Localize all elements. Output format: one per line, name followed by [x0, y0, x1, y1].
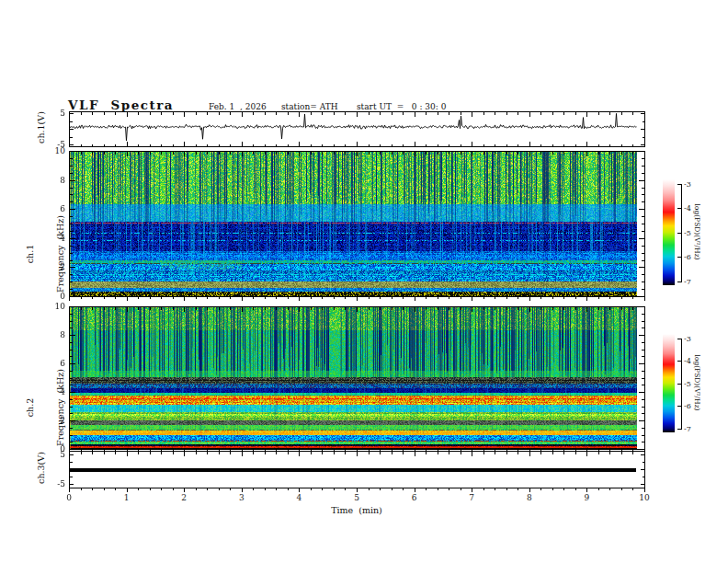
ch2-spectrogram [69, 306, 637, 449]
colorbar-tick-label: -5 [684, 229, 704, 238]
ch2-freq-tick-label: 2 [38, 416, 65, 425]
time-tick-label: 6 [401, 493, 428, 502]
figure-date: Feb. 1 , 2026 [209, 102, 267, 111]
ch2-freq-tick-label: 6 [38, 359, 65, 368]
ch1-freq-tick-label: 4 [38, 234, 65, 243]
ch1-frequency-axis-label-line2: Frequency (kHz) [55, 202, 65, 305]
colorbar-tick-label: -3 [684, 335, 704, 344]
ch1-volt-tick-label: -5 [38, 140, 65, 149]
ch3-volt-tick-label: -5 [38, 479, 65, 488]
ch1-frequency-axis-label-line1: ch.1 [25, 202, 35, 305]
time-tick-label: 1 [113, 493, 141, 502]
start-ut-label: start UT = 0 : 30: 0 [357, 102, 446, 111]
time-tick-label: 3 [228, 493, 256, 502]
time-tick-label: 9 [573, 493, 600, 502]
colorbar-tick-label: -6 [684, 253, 704, 262]
time-tick-label: 0 [55, 493, 83, 502]
colorbar-tick-label: -4 [684, 204, 704, 213]
ch1-spectrogram [69, 151, 637, 296]
time-tick-label: 10 [631, 493, 658, 502]
ch1-freq-tick-label: 6 [38, 204, 65, 213]
ch3-flatline-trace [69, 468, 636, 472]
ch3-volt-tick-label: 5 [38, 450, 65, 459]
vlf-spectra-figure: VLF Spectra Feb. 1 , 2026 station= ATH s… [0, 0, 728, 563]
ch1-volt-tick-label: 5 [38, 109, 65, 118]
station-label: station= ATH [281, 102, 338, 111]
colorbar-tick-label: -7 [684, 425, 704, 434]
ch2-freq-tick-label: 8 [38, 330, 65, 339]
time-axis-label: Time (min) [288, 505, 426, 515]
time-tick-label: 5 [343, 493, 370, 502]
colorbar-tick-label: -4 [684, 357, 704, 366]
colorbar-tick-label: -5 [684, 380, 704, 389]
ch1-freq-tick-label: 2 [38, 262, 65, 271]
ch2-freq-tick-label: 4 [38, 387, 65, 396]
time-tick-label: 2 [170, 493, 198, 502]
time-tick-label: 4 [285, 493, 313, 502]
ch2-freq-tick-label: 10 [38, 302, 65, 311]
time-tick-label: 7 [458, 493, 485, 502]
colorbar-tick-label: -7 [684, 278, 704, 287]
ch2-frequency-axis-label-line1: ch.2 [25, 356, 35, 459]
colorbar-tick-label: -6 [684, 402, 704, 411]
ch1-freq-tick-label: 0 [38, 292, 65, 301]
colorbar-ch1 [663, 179, 675, 285]
colorbar-ch2 [663, 334, 675, 432]
figure-title: VLF Spectra [68, 98, 174, 112]
ch1-waveform-plot [69, 111, 637, 146]
colorbar-tick-label: -3 [684, 180, 704, 190]
time-tick-label: 8 [516, 493, 543, 502]
ch1-freq-tick-label: 8 [38, 176, 65, 185]
